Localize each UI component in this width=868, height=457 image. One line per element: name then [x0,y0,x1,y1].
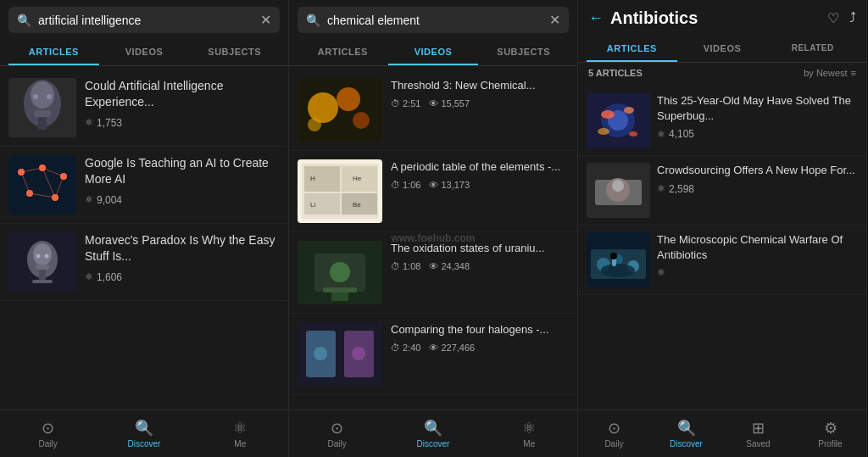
svg-rect-7 [8,155,76,215]
article-info-1: Could Artificial Intelligence Experience… [85,78,280,129]
nav-discover-1[interactable]: 🔍 Discover [96,415,192,452]
svg-point-68 [601,264,635,277]
share-icon-3[interactable]: ⤴ [849,10,856,26]
nav-label-daily-3: Daily [604,439,623,449]
svg-point-4 [47,94,52,99]
video-item-3[interactable]: The oxidation states of uraniu... ⏱ 1:08… [289,232,577,314]
video-info-2: A periodic table of the elements -... ⏱ … [391,159,569,190]
article-info-3: Moravec's Paradox Is Why the Easy Stuff … [85,232,280,283]
search-input-2[interactable] [327,14,542,27]
me-icon-2: ⚛ [522,419,536,437]
search-bar-2[interactable]: 🔍 ✕ [298,7,569,33]
video-thumb-3 [298,241,382,304]
header-icons-3: ♡ ⤴ [827,10,856,26]
clock-icon-3: ⏱ [391,261,400,271]
profile-icon-3: ⚙ [824,419,837,437]
svg-rect-46 [331,293,348,301]
svg-rect-45 [323,287,357,293]
sort-button-3[interactable]: by Newest ≡ [804,68,856,78]
nav-profile-3[interactable]: ⚙ Profile [794,415,866,452]
svg-rect-24 [36,265,49,270]
clear-icon-1[interactable]: ✕ [260,12,271,28]
nav-label-me-2: Me [523,439,535,449]
clear-icon-2[interactable]: ✕ [549,12,560,28]
svg-rect-5 [34,110,51,117]
daily-icon-1: ⊙ [42,419,54,437]
nav-saved-3[interactable]: ⊞ Saved [722,415,794,452]
nav-me-2[interactable]: ⚛ Me [481,415,577,452]
nav-discover-3[interactable]: 🔍 Discover [650,415,722,452]
article-thumb-3 [8,232,76,292]
article-title-3: Moravec's Paradox Is Why the Easy Stuff … [85,232,280,265]
heart-icon-3[interactable]: ♡ [827,10,839,26]
p3-count-1: 4,105 [669,128,694,140]
nav-me-1[interactable]: ⚛ Me [192,415,288,452]
tab-articles-3[interactable]: ARTICLES [587,36,677,62]
video-duration-4: ⏱ 2:40 [391,343,420,353]
nav-label-discover-2: Discover [417,439,450,449]
video-item-1[interactable]: Threshold 3: New Chemical... ⏱ 2:51 👁 15… [289,70,577,151]
article-meta-2: ⚛ 9,004 [85,194,280,206]
svg-point-29 [337,87,360,111]
tab-videos-3[interactable]: VIDEOS [677,36,768,62]
tab-subjects-2[interactable]: SUBJECTS [478,40,569,65]
tab-related-3[interactable]: RELATED [767,36,858,62]
back-button-3[interactable]: ← [588,9,604,27]
article-item-2[interactable]: Google Is Teaching an AI to Create More … [0,147,288,224]
nav-daily-3[interactable]: ⊙ Daily [578,415,650,452]
video-views-4: 👁 227,466 [429,343,475,353]
video-stats-4: ⏱ 2:40 👁 227,466 [391,343,569,353]
p3-atom-2: ⚛ [657,183,665,194]
video-item-2[interactable]: H He Li Be A periodic table of the eleme… [289,151,577,232]
article-title-2: Google Is Teaching an AI to Create More … [85,155,280,187]
nav-daily-2[interactable]: ⊙ Daily [289,415,385,452]
p3-article-2[interactable]: Crowdsourcing Offers A New Hope For... ⚛… [578,156,866,226]
p3-meta-1: ⚛ 4,105 [657,128,858,140]
search-bar-1[interactable]: 🔍 ✕ [8,7,280,33]
p3-article-1[interactable]: This 25-Year-Old May Have Solved The Sup… [578,86,866,156]
article-title-1: Could Artificial Intelligence Experience… [85,78,280,110]
svg-rect-26 [32,280,53,283]
video-thumb-2: H He Li Be [298,159,382,223]
article-meta-1: ⚛ 1,753 [85,117,280,129]
panel-title-3: Antibiotics [610,8,821,28]
video-stats-3: ⏱ 1:08 👁 24,348 [391,261,569,271]
svg-point-44 [330,262,350,282]
clock-icon-2: ⏱ [391,180,400,190]
discover-icon-2: 🔍 [424,419,442,437]
tab-videos-2[interactable]: VIDEOS [388,40,479,65]
video-thumb-1 [298,78,382,142]
panel-1: 🔍 ✕ ARTICLES VIDEOS SUBJECTS C [0,0,289,457]
eye-icon-2: 👁 [429,180,438,190]
search-input-1[interactable] [38,14,253,27]
tabs-2: ARTICLES VIDEOS SUBJECTS [289,40,577,66]
svg-point-58 [629,131,637,137]
svg-text:H: H [310,175,315,182]
tab-videos-1[interactable]: VIDEOS [99,40,190,65]
nav-daily-1[interactable]: ⊙ Daily [0,415,96,452]
p3-article-3[interactable]: The Microscopic Chemical Warfare Of Anti… [578,226,866,295]
tab-subjects-1[interactable]: SUBJECTS [189,40,280,65]
eye-icon-1: 👁 [429,98,438,109]
video-title-4: Comparing the four halogens -... [391,322,569,337]
article-thumb-1 [8,78,76,137]
svg-point-62 [612,180,624,192]
nav-label-discover-1: Discover [128,439,161,449]
panel-2: 🔍 ✕ ARTICLES VIDEOS SUBJECTS www.foehub.… [289,0,578,457]
tab-articles-1[interactable]: ARTICLES [8,40,99,65]
tabs-1: ARTICLES VIDEOS SUBJECTS [0,40,288,66]
video-duration-1: ⏱ 2:51 [391,98,420,109]
video-views-2: 👁 13,173 [429,180,470,190]
video-title-2: A periodic table of the elements -... [391,159,569,175]
video-item-4[interactable]: Comparing the four halogens -... ⏱ 2:40 … [289,314,577,395]
svg-rect-25 [39,270,46,280]
article-meta-3: ⚛ 1,606 [85,271,280,283]
atom-icon-2: ⚛ [85,194,93,205]
daily-icon-3: ⊙ [608,419,620,437]
nav-discover-2[interactable]: 🔍 Discover [385,415,481,452]
search-icon-1: 🔍 [17,14,31,27]
tab-articles-2[interactable]: ARTICLES [298,40,388,65]
article-item-3[interactable]: Moravec's Paradox Is Why the Easy Stuff … [0,224,288,301]
article-item-1[interactable]: Could Artificial Intelligence Experience… [0,70,288,147]
svg-text:Be: Be [353,201,361,209]
